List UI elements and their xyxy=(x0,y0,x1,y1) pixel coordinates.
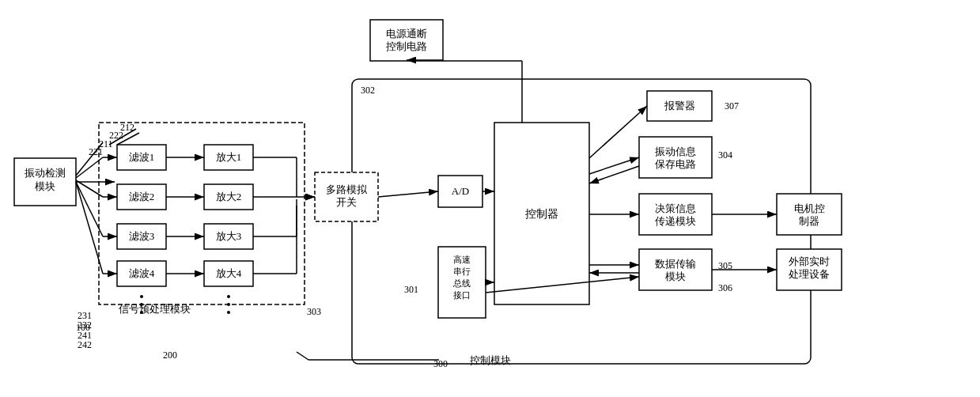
svg-text:304: 304 xyxy=(718,149,732,161)
svg-text:放大4: 放大4 xyxy=(216,267,242,279)
svg-text:决策信息: 决策信息 xyxy=(655,202,696,214)
svg-rect-19 xyxy=(438,247,486,318)
svg-rect-25 xyxy=(777,249,842,290)
svg-text:串行: 串行 xyxy=(453,267,471,276)
svg-rect-6 xyxy=(99,123,305,304)
svg-text:200: 200 xyxy=(163,350,177,361)
svg-text:数据传输: 数据传输 xyxy=(655,258,696,270)
svg-rect-9 xyxy=(117,224,166,249)
svg-text:多路模拟: 多路模拟 xyxy=(326,183,368,195)
svg-text:模块: 模块 xyxy=(35,180,55,192)
svg-text:滤波1: 滤波1 xyxy=(129,151,155,163)
svg-text:242: 242 xyxy=(78,339,92,350)
svg-point-38 xyxy=(140,303,143,306)
svg-line-121 xyxy=(297,352,308,360)
svg-line-117 xyxy=(109,129,136,145)
svg-rect-20 xyxy=(647,91,712,121)
svg-text:A/D: A/D xyxy=(452,185,469,197)
svg-text:高速: 高速 xyxy=(453,255,471,264)
svg-text:接口: 接口 xyxy=(453,290,471,300)
svg-rect-21 xyxy=(639,137,712,178)
svg-rect-13 xyxy=(204,224,253,249)
svg-text:开关: 开关 xyxy=(336,196,357,208)
svg-text:211: 211 xyxy=(99,138,113,149)
svg-rect-14 xyxy=(204,261,253,286)
svg-text:控制模块: 控制模块 xyxy=(470,354,511,366)
svg-text:241: 241 xyxy=(78,330,92,341)
svg-line-118 xyxy=(117,133,139,145)
svg-rect-15 xyxy=(315,172,378,221)
svg-text:放大1: 放大1 xyxy=(216,151,242,163)
svg-text:滤波3: 滤波3 xyxy=(129,230,155,242)
svg-line-59 xyxy=(589,166,639,183)
svg-rect-23 xyxy=(639,249,712,290)
svg-text:307: 307 xyxy=(725,100,739,112)
svg-rect-5 xyxy=(14,158,76,206)
svg-text:301: 301 xyxy=(404,284,418,295)
svg-line-63 xyxy=(486,277,639,293)
svg-point-39 xyxy=(140,311,143,314)
svg-text:振动检测: 振动检测 xyxy=(25,167,66,179)
svg-point-41 xyxy=(227,303,230,306)
svg-text:100: 100 xyxy=(76,322,90,333)
svg-point-40 xyxy=(227,295,230,298)
svg-rect-24 xyxy=(777,194,842,235)
svg-rect-17 xyxy=(438,176,482,207)
svg-rect-12 xyxy=(204,184,253,210)
svg-text:处理设备: 处理设备 xyxy=(789,268,830,280)
svg-line-58 xyxy=(589,157,639,174)
svg-text:外部实时: 外部实时 xyxy=(789,255,830,267)
svg-text:放大3: 放大3 xyxy=(216,230,242,242)
svg-line-31 xyxy=(76,182,103,274)
svg-text:303: 303 xyxy=(307,306,321,317)
svg-point-37 xyxy=(140,295,143,298)
svg-text:信号预处理模块: 信号预处理模块 xyxy=(119,303,191,315)
svg-text:302: 302 xyxy=(361,85,375,96)
svg-text:放大2: 放大2 xyxy=(216,191,242,202)
svg-rect-7 xyxy=(117,145,166,170)
svg-text:报警器: 报警器 xyxy=(664,100,695,112)
svg-text:306: 306 xyxy=(718,282,732,293)
svg-text:300: 300 xyxy=(433,358,448,369)
svg-text:222: 222 xyxy=(109,130,123,141)
svg-text:保存电路: 保存电路 xyxy=(655,158,696,170)
svg-text:231: 231 xyxy=(78,310,92,321)
svg-rect-16 xyxy=(370,20,443,61)
svg-text:232: 232 xyxy=(78,319,92,331)
svg-text:控制器: 控制器 xyxy=(525,208,558,220)
diagram: 信号预处理模块 振动检测 模块 滤波1 滤波2 滤波3 滤波4 放大1 放大2 … xyxy=(0,0,980,397)
svg-text:212: 212 xyxy=(120,122,134,133)
svg-text:滤波4: 滤波4 xyxy=(129,267,155,279)
svg-text:305: 305 xyxy=(718,260,732,271)
svg-text:221: 221 xyxy=(89,146,103,157)
svg-rect-4 xyxy=(352,79,811,364)
svg-text:制器: 制器 xyxy=(799,215,819,227)
svg-text:电机控: 电机控 xyxy=(794,202,825,214)
svg-text:振动信息: 振动信息 xyxy=(655,146,696,157)
svg-rect-8 xyxy=(117,184,166,210)
svg-text:电源通断: 电源通断 xyxy=(386,28,427,40)
svg-point-42 xyxy=(227,311,230,314)
svg-text:滤波2: 滤波2 xyxy=(129,191,155,202)
svg-rect-11 xyxy=(204,145,253,170)
svg-text:控制电路: 控制电路 xyxy=(386,40,427,52)
svg-text:传递模块: 传递模块 xyxy=(655,215,696,227)
svg-rect-22 xyxy=(639,194,712,235)
svg-line-29 xyxy=(76,182,103,236)
svg-line-51 xyxy=(378,191,438,197)
diagram-svg: 信号预处理模块 振动检测 模块 滤波1 滤波2 滤波3 滤波4 放大1 放大2 … xyxy=(0,0,980,397)
svg-rect-10 xyxy=(117,261,166,286)
svg-text:模块: 模块 xyxy=(665,270,686,282)
svg-rect-18 xyxy=(494,123,589,304)
svg-line-57 xyxy=(589,106,647,158)
svg-text:总线: 总线 xyxy=(452,278,471,288)
